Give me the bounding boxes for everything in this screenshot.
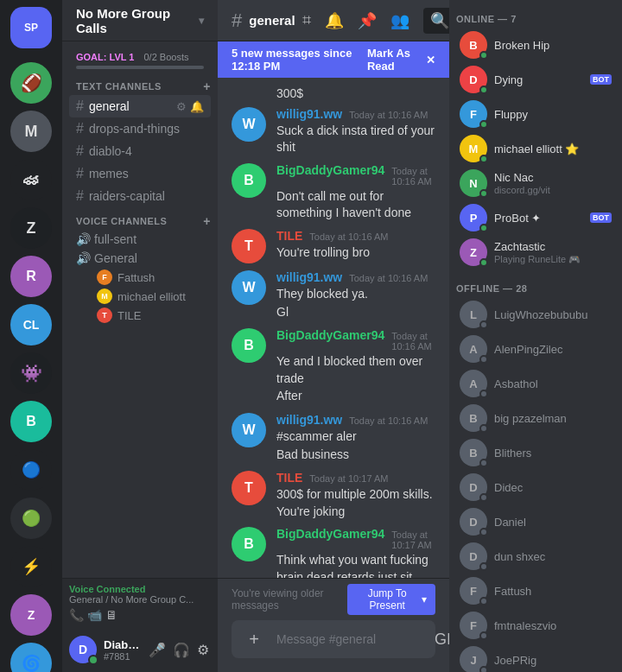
server-icon-9[interactable]: B [10,401,52,442]
server-icon-splits[interactable]: SP [10,7,52,48]
notification-icon[interactable]: 🔔 [325,11,344,30]
voice-member-tile[interactable]: T TILE [69,306,211,325]
vc-status: Voice Connected [69,584,211,594]
member-zachtastic[interactable]: Z Zachtastic Playing RuneLite 🎮 [453,235,619,269]
member-nic-nac[interactable]: N Nic Nac discord.gg/vit [453,166,619,200]
member-probot[interactable]: P ProBot ✦ BOT [453,200,619,235]
video-icon[interactable]: 📹 [87,608,102,622]
message-author[interactable]: TILE [276,471,302,485]
members-icon[interactable]: 👥 [390,11,409,30]
message-author[interactable]: willig91.ww [276,413,342,427]
gif-icon[interactable]: GIF [435,631,449,649]
server-icon-6[interactable]: R [10,256,52,297]
member-fmtn[interactable]: F fmtnaleszvio [453,608,619,643]
message-author[interactable]: willig91.ww [276,270,342,284]
settings-icon[interactable]: ⚙ [176,100,187,113]
jump-to-present-button[interactable]: Jump To Present ▾ [347,584,435,615]
member-name: Broken Hip [494,39,612,52]
message-author[interactable]: TILE [276,229,302,243]
server-name-header[interactable]: No More Group Calls ▾ [62,0,218,41]
member-alen[interactable]: A AlenPingZilec [453,332,619,366]
server-icon-13[interactable]: Z [10,594,52,636]
member-name: Dying [494,73,587,86]
sidebar-body: GOAL: LVL 1 0/2 Boosts TEXT CHANNELS + #… [62,41,218,578]
member-fluppy[interactable]: F Fluppy [453,97,619,131]
message-avatar[interactable]: T [232,229,266,263]
add-voice-channel-icon[interactable]: + [203,214,211,228]
message-avatar[interactable]: B [232,527,266,561]
member-status-badge [479,631,488,640]
bell-icon[interactable]: 🔔 [190,100,204,113]
user-panel: D Diablo IV #7881 🎤 🎧 ⚙ [62,627,218,672]
chat-header: # general ⌗ 🔔 📌 👥 🔍 Search 📥 ❓ [218,0,449,41]
message-author[interactable]: BigDaddyGamer94 [276,163,384,177]
text-channels-header[interactable]: TEXT CHANNELS + [62,76,218,95]
message-text: They blocked ya.Gl [276,286,435,320]
message-avatar[interactable]: B [232,328,266,363]
member-asbathol[interactable]: A Asbathol [453,366,619,401]
member-status-badge [479,320,488,329]
server-icon-2[interactable]: 🏈 [10,62,52,104]
channel-raiders[interactable]: # raiders-capital [69,185,211,207]
channel-drops[interactable]: # drops-and-things [69,117,211,140]
server-icon-8[interactable]: 👾 [10,352,52,394]
message-avatar[interactable]: W [232,413,266,447]
voice-member-michael[interactable]: M michael elliott [69,287,211,306]
mark-as-read-button[interactable]: Mark As Read ✕ [367,47,435,73]
attach-button[interactable]: + [238,620,270,658]
message-input[interactable] [276,620,428,658]
member-broken-hip[interactable]: B Broken Hip [453,28,619,62]
member-didec[interactable]: D Didec [453,470,619,504]
member-luigi[interactable]: L LuigWhozebububu [453,297,619,332]
threads-icon[interactable]: ⌗ [302,11,311,29]
message-author[interactable]: BigDaddyGamer94 [276,328,384,342]
member-dying[interactable]: D Dying BOT [453,62,619,97]
deafen-icon[interactable]: 🎧 [171,640,192,660]
screen-share-icon[interactable]: 🖥 [105,608,117,622]
server-icon-12[interactable]: ⚡ [10,546,52,587]
message-group: W willig91.ww Today at 10:16 AM They blo… [218,267,449,325]
voice-channels-header[interactable]: VOICE CHANNELS + [62,211,218,230]
message-avatar[interactable]: W [232,270,266,305]
member-blithers[interactable]: B Blithers [453,435,619,470]
member-fattush[interactable]: F Fattush [453,574,619,608]
server-icon-5[interactable]: Z [10,207,52,249]
message-avatar[interactable]: B [232,163,266,198]
member-avatar: D [460,473,487,501]
voice-channel-general[interactable]: 🔊 General [69,249,211,268]
message-author[interactable]: BigDaddyGamer94 [276,527,384,541]
message-avatar[interactable]: T [232,471,266,505]
member-avatar: P [460,204,487,231]
older-messages-text: You're viewing older messages [232,587,347,612]
channel-general[interactable]: # general ⚙ 🔔 [69,95,211,117]
messages-area[interactable]: 300$ W willig91.ww Today at 10:16 AM Suc… [218,78,449,578]
message-text: Ye and I blocked them over tradeAfter [276,353,435,405]
add-channel-icon[interactable]: + [203,79,211,93]
disconnect-icon[interactable]: 📞 [69,608,84,622]
member-joeprig[interactable]: J JoePRig [453,643,619,672]
channel-diablo[interactable]: # diablo-4 [69,140,211,162]
server-icon-11[interactable]: 🟢 [10,498,52,539]
settings-icon[interactable]: ⚙ [195,640,211,660]
server-icon-10[interactable]: 🔵 [10,449,52,491]
server-icon-14[interactable]: 🌀 [10,643,52,672]
server-icon-3[interactable]: M [10,111,52,152]
member-michael[interactable]: M michael elliott ⭐ [453,131,619,166]
close-banner-icon[interactable]: ✕ [426,54,435,67]
member-name: michael elliott ⭐ [494,143,612,155]
voice-channel-full-sent[interactable]: 🔊 full-sent [69,230,211,249]
member-big-paz[interactable]: B big pzazelman [453,401,619,435]
member-dun-shxec[interactable]: D dun shxec [453,539,619,574]
channel-memes[interactable]: # memes [69,162,211,185]
server-icon-4[interactable]: 🏎 [10,159,52,200]
message-avatar[interactable]: W [232,107,266,142]
voice-member-fattush[interactable]: F Fattush [69,268,211,287]
channel-hash-icon: # [232,10,242,32]
search-bar[interactable]: 🔍 Search [423,8,449,34]
member-daniel[interactable]: D Daniel [453,504,619,539]
message-author[interactable]: willig91.ww [276,107,342,121]
server-icon-7[interactable]: CL [10,304,52,346]
pin-icon[interactable]: 📌 [358,11,377,30]
mute-icon[interactable]: 🎤 [147,640,168,660]
boost-label: GOAL: LVL 1 [76,52,134,62]
